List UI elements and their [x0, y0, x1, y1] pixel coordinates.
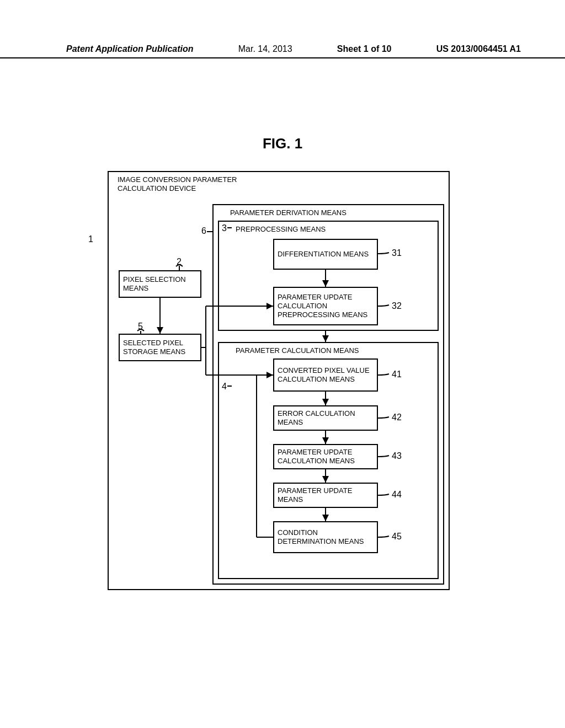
- publication-title: Patent Application Publication: [66, 44, 194, 54]
- param-update-preprocessing-label: PARAMETER UPDATE CALCULATION PREPROCESSI…: [278, 293, 374, 320]
- ref-31: 31: [392, 248, 402, 258]
- ref-41: 41: [392, 370, 402, 379]
- pixel-selection-box: PIXEL SELECTION MEANS: [119, 270, 201, 298]
- ref-44: 44: [392, 490, 402, 500]
- diagram-container: IMAGE CONVERSION PARAMETER CALCULATION D…: [108, 171, 450, 590]
- page-header: Patent Application Publication Mar. 14, …: [0, 44, 565, 58]
- sheet-indicator: Sheet 1 of 10: [337, 44, 392, 54]
- differentiation-box: DIFFERENTIATION MEANS: [273, 239, 378, 270]
- publication-number: US 2013/0064451 A1: [436, 44, 521, 54]
- condition-determination-box: CONDITION DETERMINATION MEANS: [273, 521, 378, 553]
- ref-6: 6: [201, 226, 206, 236]
- error-calculation-label: ERROR CALCULATION MEANS: [278, 409, 374, 427]
- publication-date: Mar. 14, 2013: [238, 44, 292, 54]
- param-update-calc-box: PARAMETER UPDATE CALCULATION MEANS: [273, 444, 378, 469]
- ref-42: 42: [392, 413, 402, 422]
- param-update-box: PARAMETER UPDATE MEANS: [273, 483, 378, 508]
- param-update-calc-label: PARAMETER UPDATE CALCULATION MEANS: [278, 448, 374, 466]
- device-title-line1: IMAGE CONVERSION PARAMETER: [112, 175, 445, 184]
- param-update-label: PARAMETER UPDATE MEANS: [278, 486, 374, 505]
- ref-45: 45: [392, 532, 402, 542]
- ref-5: 5: [138, 322, 143, 331]
- figure-label: FIG. 1: [0, 135, 565, 152]
- ref-3: 3: [222, 223, 227, 233]
- page: Patent Application Publication Mar. 14, …: [0, 0, 565, 728]
- selected-pixel-storage-label: SELECTED PIXEL STORAGE MEANS: [123, 339, 197, 357]
- differentiation-label: DIFFERENTIATION MEANS: [278, 250, 369, 259]
- selected-pixel-storage-box: SELECTED PIXEL STORAGE MEANS: [119, 334, 201, 361]
- error-calculation-box: ERROR CALCULATION MEANS: [273, 405, 378, 431]
- converted-pixel-value-label: CONVERTED PIXEL VALUE CALCULATION MEANS: [278, 366, 374, 384]
- condition-determination-label: CONDITION DETERMINATION MEANS: [278, 528, 374, 547]
- converted-pixel-value-box: CONVERTED PIXEL VALUE CALCULATION MEANS: [273, 358, 378, 392]
- preprocessing-title: PREPROCESSING MEANS: [219, 225, 438, 234]
- ref-32: 32: [392, 301, 402, 311]
- device-title-line2: CALCULATION DEVICE: [112, 184, 445, 193]
- parameter-derivation-title: PARAMETER DERIVATION MEANS: [214, 208, 443, 217]
- ref-4: 4: [222, 382, 227, 392]
- ref-43: 43: [392, 451, 402, 461]
- pixel-selection-label: PIXEL SELECTION MEANS: [123, 275, 197, 293]
- ref-2: 2: [177, 257, 182, 267]
- ref-1: 1: [88, 234, 93, 244]
- param-update-preprocessing-box: PARAMETER UPDATE CALCULATION PREPROCESSI…: [273, 287, 378, 325]
- parameter-calculation-title: PARAMETER CALCULATION MEANS: [219, 346, 438, 355]
